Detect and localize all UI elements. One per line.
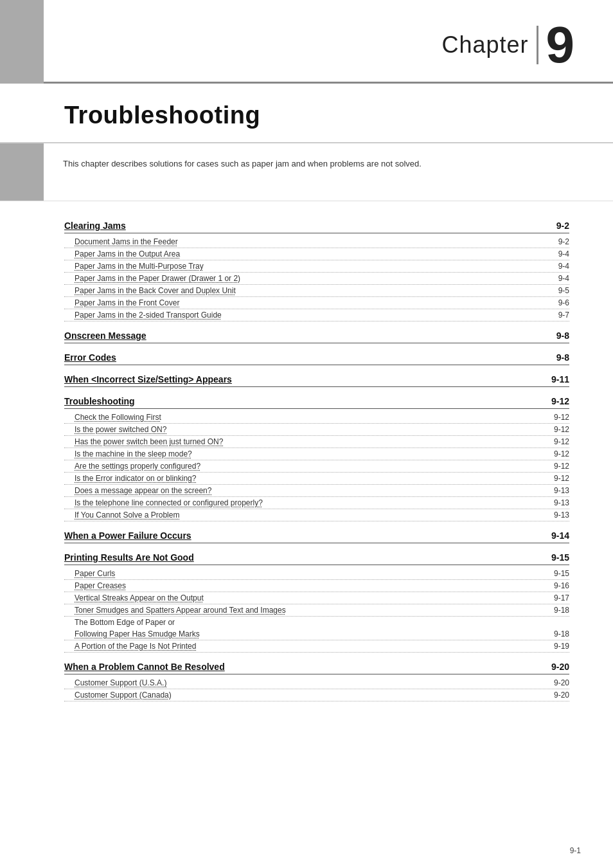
- toc-entry-0-6[interactable]: Paper Jams in the 2-sided Transport Guid…: [64, 309, 569, 321]
- toc-section-3[interactable]: When <Incorrect Size/Setting> Appears9-1…: [64, 374, 569, 387]
- toc-entry-4-0[interactable]: Check the Following First9-12: [64, 411, 569, 424]
- toc-entry-title-6-0: Paper Curls: [75, 569, 115, 578]
- toc-entry-4-6[interactable]: Does a message appear on the screen?9-13: [64, 485, 569, 497]
- toc-entry-title-4-2: Has the power switch been just turned ON…: [75, 437, 223, 446]
- toc-section-5[interactable]: When a Power Failure Occurs9-14: [64, 530, 569, 543]
- toc-entry-6-3[interactable]: Toner Smudges and Spatters Appear around…: [64, 604, 569, 617]
- toc-entry-title-4-1: Is the power switched ON?: [75, 425, 166, 434]
- toc-section-6[interactable]: Printing Results Are Not Good9-15: [64, 552, 569, 565]
- chapter-text: Chapter: [441, 32, 528, 59]
- toc-entry-page-6-3: 9-18: [554, 606, 569, 615]
- toc-section-title-6: Printing Results Are Not Good: [64, 552, 194, 563]
- title-area: Troubleshooting: [0, 84, 613, 143]
- toc-entry-title-0-5: Paper Jams in the Front Cover: [75, 298, 179, 307]
- toc-entry-4-8[interactable]: If You Cannot Solve a Problem9-13: [64, 509, 569, 521]
- toc-entry-title-0-6: Paper Jams in the 2-sided Transport Guid…: [75, 311, 222, 320]
- toc-entry-7-0[interactable]: Customer Support (U.S.A.)9-20: [64, 677, 569, 689]
- toc-entry-page-4-1: 9-12: [554, 425, 569, 434]
- toc-section-title-3: When <Incorrect Size/Setting> Appears: [64, 374, 232, 384]
- toc-entry-6-1[interactable]: Paper Creases9-16: [64, 580, 569, 592]
- toc-entry-title-4-4: Are the settings properly configured?: [75, 462, 200, 471]
- toc-entry-page-6-5: 9-18: [554, 629, 569, 638]
- toc-entry-0-4[interactable]: Paper Jams in the Back Cover and Duplex …: [64, 285, 569, 297]
- toc-entry-title-7-0: Customer Support (U.S.A.): [75, 678, 166, 687]
- toc-entry-4-7[interactable]: Is the telephone line connected or confi…: [64, 497, 569, 509]
- toc-section-2[interactable]: Error Codes9-8: [64, 352, 569, 365]
- toc-entry-page-4-8: 9-13: [554, 511, 569, 520]
- toc-section-title-2: Error Codes: [64, 352, 116, 363]
- toc-entry-title-6-2: Vertical Streaks Appear on the Output: [75, 593, 204, 602]
- toc-section-title-0: Clearing Jams: [64, 221, 126, 231]
- toc-section-1[interactable]: Onscreen Message9-8: [64, 330, 569, 343]
- toc-entry-title-0-1: Paper Jams in the Output Area: [75, 249, 180, 258]
- toc-section-page-2: 9-8: [556, 352, 569, 363]
- toc-section-page-5: 9-14: [551, 530, 569, 541]
- description-area: This chapter describes solutions for cas…: [0, 143, 613, 201]
- toc-entry-title-4-8: If You Cannot Solve a Problem: [75, 511, 179, 520]
- toc-section-0[interactable]: Clearing Jams9-2: [64, 221, 569, 233]
- toc-section-page-1: 9-8: [556, 330, 569, 341]
- toc-entry-6-5[interactable]: Following Paper Has Smudge Marks9-18: [64, 628, 569, 640]
- gray-sidebar-top: [0, 0, 44, 84]
- footer-page: 9-1: [570, 846, 581, 855]
- toc-entry-page-4-4: 9-12: [554, 462, 569, 471]
- toc-entry-page-0-4: 9-5: [558, 286, 569, 295]
- toc-entry-page-6-6: 9-19: [554, 642, 569, 651]
- toc-entry-page-4-6: 9-13: [554, 486, 569, 495]
- toc-entry-6-0[interactable]: Paper Curls9-15: [64, 568, 569, 580]
- toc-entry-title-4-0: Check the Following First: [75, 413, 161, 422]
- toc-entry-page-0-5: 9-6: [558, 298, 569, 307]
- toc-entry-6-6[interactable]: A Portion of the Page Is Not Printed9-19: [64, 640, 569, 653]
- toc-entry-0-3[interactable]: Paper Jams in the Paper Drawer (Drawer 1…: [64, 273, 569, 285]
- toc-entry-4-3[interactable]: Is the machine in the sleep mode?9-12: [64, 448, 569, 460]
- toc-section-title-1: Onscreen Message: [64, 330, 147, 341]
- toc-entry-page-4-5: 9-12: [554, 474, 569, 483]
- toc-entry-page-4-0: 9-12: [554, 413, 569, 422]
- toc-entry-page-7-0: 9-20: [554, 678, 569, 687]
- toc-section-4[interactable]: Troubleshooting9-12: [64, 396, 569, 409]
- toc-entry-page-4-7: 9-13: [554, 498, 569, 507]
- toc-section-page-4: 9-12: [551, 396, 569, 406]
- toc-section-title-7: When a Problem Cannot Be Resolved: [64, 662, 225, 672]
- toc-entry-4-1[interactable]: Is the power switched ON?9-12: [64, 424, 569, 436]
- toc-entry-page-6-1: 9-16: [554, 581, 569, 590]
- toc-entry-0-5[interactable]: Paper Jams in the Front Cover9-6: [64, 297, 569, 309]
- toc-entry-4-4[interactable]: Are the settings properly configured?9-1…: [64, 460, 569, 473]
- chapter-label: Chapter 9: [441, 19, 574, 71]
- toc-entry-title-6-6: A Portion of the Page Is Not Printed: [75, 642, 196, 651]
- toc-entry-title-4-5: Is the Error indicator on or blinking?: [75, 474, 196, 483]
- toc-entry-title-4-6: Does a message appear on the screen?: [75, 486, 211, 495]
- header: Chapter 9: [0, 0, 613, 84]
- toc-entry-page-4-2: 9-12: [554, 437, 569, 446]
- page-title: Troubleshooting: [64, 102, 569, 129]
- gray-sidebar-desc: [0, 143, 44, 201]
- toc-entry-title-0-3: Paper Jams in the Paper Drawer (Drawer 1…: [75, 274, 240, 283]
- chapter-divider: [537, 26, 538, 64]
- toc-entry-0-1[interactable]: Paper Jams in the Output Area9-4: [64, 248, 569, 260]
- toc-entry-4-2[interactable]: Has the power switch been just turned ON…: [64, 436, 569, 448]
- toc-section-title-5: When a Power Failure Occurs: [64, 530, 191, 541]
- toc-entry-title-7-1: Customer Support (Canada): [75, 691, 172, 700]
- toc-section-page-7: 9-20: [551, 662, 569, 672]
- toc-entry-page-0-6: 9-7: [558, 311, 569, 320]
- toc-entry-6-2[interactable]: Vertical Streaks Appear on the Output9-1…: [64, 592, 569, 604]
- toc-entry-page-0-3: 9-4: [558, 274, 569, 283]
- toc-entry-page-6-2: 9-17: [554, 593, 569, 602]
- toc-entry-title-6-4: The Bottom Edge of Paper or: [75, 618, 175, 627]
- toc-section-7[interactable]: When a Problem Cannot Be Resolved9-20: [64, 662, 569, 674]
- toc-area: Clearing Jams9-2Document Jams in the Fee…: [0, 201, 613, 721]
- toc-entry-page-0-1: 9-4: [558, 249, 569, 258]
- toc-entry-4-5[interactable]: Is the Error indicator on or blinking?9-…: [64, 473, 569, 485]
- chapter-number: 9: [546, 19, 575, 71]
- toc-entry-title-4-3: Is the machine in the sleep mode?: [75, 449, 192, 458]
- toc-section-page-3: 9-11: [551, 374, 569, 384]
- description-text: This chapter describes solutions for cas…: [44, 143, 460, 201]
- toc-entry-0-0[interactable]: Document Jams in the Feeder9-2: [64, 236, 569, 248]
- toc-entry-title-6-3: Toner Smudges and Spatters Appear around…: [75, 606, 286, 615]
- toc-entry-0-2[interactable]: Paper Jams in the Multi-Purpose Tray9-4: [64, 260, 569, 273]
- toc-entry-title-6-5: Following Paper Has Smudge Marks: [75, 629, 200, 638]
- toc-entry-7-1[interactable]: Customer Support (Canada)9-20: [64, 689, 569, 701]
- toc-entry-6-4: The Bottom Edge of Paper or: [64, 617, 569, 628]
- toc-section-title-4: Troubleshooting: [64, 396, 135, 406]
- toc-entry-title-0-0: Document Jams in the Feeder: [75, 237, 178, 246]
